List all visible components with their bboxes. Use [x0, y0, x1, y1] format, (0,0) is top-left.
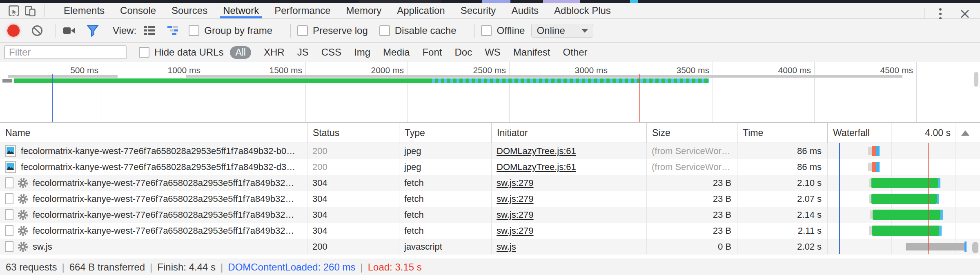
separator: |: [360, 262, 363, 273]
filter-type-doc[interactable]: Doc: [454, 47, 472, 58]
tab-network[interactable]: Network: [215, 3, 267, 18]
table-row[interactable]: fecolormatrix-kanye-west-77e6f7a658028a2…: [0, 191, 980, 207]
column-header-initiator[interactable]: Initiator: [491, 123, 646, 143]
large-request-rows-icon[interactable]: [143, 25, 156, 36]
tab-security[interactable]: Security: [453, 3, 504, 18]
initiator-link[interactable]: DOMLazyTree.js:61: [497, 162, 576, 172]
waterfall-bar-orange: [872, 146, 876, 156]
filter-type-ws[interactable]: WS: [485, 47, 501, 58]
filter-type-all[interactable]: All: [230, 46, 251, 59]
waterfall-bar-blue: [876, 162, 880, 172]
filter-type-img[interactable]: Img: [354, 47, 370, 58]
waterfall-gridline: [891, 123, 892, 143]
more-options-icon[interactable]: [931, 8, 950, 20]
filter-input[interactable]: [4, 45, 127, 59]
overview-scrollbar-thumb[interactable]: [974, 72, 978, 87]
type-cell: fetch: [399, 207, 491, 223]
tab-label: Performance: [274, 5, 330, 16]
tab-label: Audits: [511, 5, 539, 16]
preserve-log-checkbox[interactable]: [297, 25, 308, 36]
table-row[interactable]: fecolormatrix-kanye-west-77e6f7a658028a2…: [0, 175, 980, 191]
filter-type-js[interactable]: JS: [297, 47, 309, 58]
device-toolbar-icon[interactable]: [22, 4, 38, 17]
close-devtools-icon[interactable]: [950, 9, 980, 19]
hide-data-urls-label: Hide data URLs: [154, 47, 223, 58]
tab-performance[interactable]: Performance: [267, 3, 338, 18]
sort-arrow-icon[interactable]: [961, 130, 969, 136]
divider: [44, 4, 45, 17]
initiator-link[interactable]: sw.js:279: [497, 178, 534, 188]
hide-data-urls-checkbox[interactable]: [139, 47, 149, 58]
offline-checkbox[interactable]: [481, 25, 492, 36]
status-cell: 304: [307, 175, 399, 191]
dcl-marker-line: [839, 143, 840, 254]
filter-type-css[interactable]: CSS: [321, 47, 341, 58]
waterfall-bar-lightgray: [868, 147, 872, 155]
waterfall-bar-lightgray: [869, 226, 872, 235]
initiator-link[interactable]: DOMLazyTree.js:61: [497, 146, 576, 157]
tab-label: Security: [461, 5, 496, 16]
column-header-name[interactable]: Name: [0, 123, 307, 143]
tab-elements[interactable]: Elements: [56, 3, 112, 18]
table-row[interactable]: fecolormatrix-kanye-west-77e6f7a658028a2…: [0, 223, 980, 239]
filter-type-other[interactable]: Other: [563, 47, 588, 58]
vertical-scrollbar-thumb[interactable]: [972, 242, 978, 253]
document-icon: [5, 225, 13, 236]
ruler-gridline: [611, 62, 611, 122]
tab-adblock-plus[interactable]: Adblock Plus: [546, 3, 619, 18]
time-cell: 86 ms: [737, 159, 827, 175]
waterfall-cell: [827, 191, 980, 207]
tab-console[interactable]: Console: [112, 3, 164, 18]
name-cell: fecolormatrix-kanye-west-77e6f7a658028a2…: [0, 207, 307, 223]
request-name: fecolormatrix-kanye-west-77e6f7a658028a2…: [33, 210, 294, 220]
network-overview-timeline[interactable]: 500 ms1000 ms1500 ms2000 ms2500 ms3000 m…: [0, 62, 980, 123]
filter-type-font[interactable]: Font: [422, 47, 442, 58]
filter-icon[interactable]: [86, 25, 99, 37]
initiator-link[interactable]: sw.js:279: [497, 226, 534, 236]
clear-icon[interactable]: [31, 25, 43, 37]
table-row[interactable]: fecolormatrix-kanye-west-77e6f7a658028a2…: [0, 207, 980, 223]
table-row[interactable]: fecolormatrix-kanye-west-77e6f7a658028a2…: [0, 143, 980, 159]
group-by-frame-checkbox[interactable]: [189, 25, 199, 36]
ruler-gridline: [305, 62, 306, 122]
initiator-link[interactable]: sw.js:279: [497, 194, 534, 204]
overview-gray-bar: [186, 75, 902, 78]
filter-type-media[interactable]: Media: [383, 47, 410, 58]
ruler-tick-label: 4000 ms: [729, 65, 811, 75]
offline-checkbox-group: Offline: [481, 25, 525, 36]
column-header-time[interactable]: Time: [737, 123, 827, 143]
show-overview-icon[interactable]: [167, 25, 180, 36]
size-cell: 23 B: [646, 191, 737, 207]
filter-type-manifest[interactable]: Manifest: [513, 47, 550, 58]
waterfall-bar-orange: [872, 162, 876, 172]
divider: [56, 24, 56, 38]
initiator-link[interactable]: sw.js:279: [497, 210, 534, 220]
tab-label: Elements: [64, 5, 105, 16]
network-toolbar: View: Group by frame Preserve log Disabl…: [0, 19, 980, 43]
tab-application[interactable]: Application: [389, 3, 452, 18]
image-thumbnail-icon: [5, 145, 16, 157]
ruler-tick-label: 2500 ms: [424, 65, 506, 75]
inspect-element-icon[interactable]: [6, 4, 22, 17]
tab-audits[interactable]: Audits: [503, 3, 546, 18]
column-header-type[interactable]: Type: [399, 123, 491, 143]
waterfall-scale-label: 4.00 s: [925, 123, 951, 143]
network-summary-bar: 63 requests | 664 B transferred | Finish…: [0, 259, 980, 275]
network-throttling-select[interactable]: Online: [531, 24, 593, 38]
filter-type-xhr[interactable]: XHR: [264, 47, 285, 58]
record-network-log-button[interactable]: [7, 25, 20, 37]
tab-memory[interactable]: Memory: [339, 3, 390, 18]
column-header-size[interactable]: Size: [646, 123, 737, 143]
disable-cache-checkbox[interactable]: [379, 25, 390, 36]
table-row[interactable]: fecolormatrix-kanye-west-77e6f7a658028a2…: [0, 159, 980, 175]
waterfall-bar-bluecap: [937, 194, 939, 204]
page-edge-block: [630, 0, 638, 3]
column-header-waterfall[interactable]: Waterfall: [827, 123, 980, 143]
capture-screenshots-icon[interactable]: [62, 25, 76, 36]
view-label: View:: [113, 25, 136, 36]
table-row[interactable]: sw.js200javascript0 B2.02 ssw.js: [0, 239, 980, 255]
initiator-link[interactable]: sw.js: [497, 241, 516, 252]
tab-sources[interactable]: Sources: [164, 3, 215, 18]
column-header-status[interactable]: Status: [307, 123, 399, 143]
divider: [106, 24, 106, 38]
